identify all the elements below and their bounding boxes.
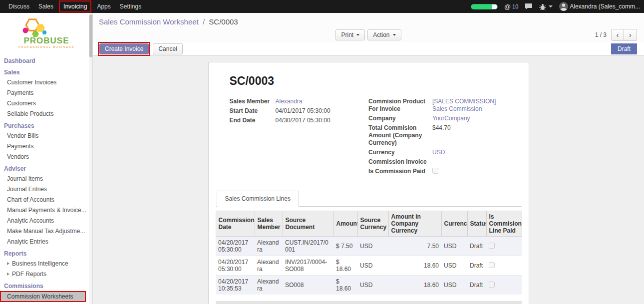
debug-menu-button[interactable] bbox=[539, 3, 553, 10]
col-is-commission-line-paid[interactable]: Is Commision Line Paid bbox=[486, 211, 522, 237]
table-row[interactable]: 04/20/2017 05:30:00 Alexandra CUST.IN/20… bbox=[216, 237, 522, 256]
create-invoice-button[interactable]: Create Invoice bbox=[99, 43, 149, 54]
breadcrumb-parent[interactable]: Sales Commission Worksheet bbox=[99, 17, 199, 26]
commission-lines-table: Commission Date Sales Member Source Docu… bbox=[216, 211, 522, 304]
topbar-menu-invoicing[interactable]: Invoicing bbox=[60, 1, 90, 11]
sidebar-item-sellable-products[interactable]: Sellable Products bbox=[0, 109, 92, 119]
sidebar: PROBUSE PROFESSIONAL BUSINESS Dashboard … bbox=[0, 13, 93, 304]
sidebar-item-journal-entries[interactable]: Journal Entries bbox=[0, 184, 92, 195]
is-commission-paid-label: Is Commission Paid bbox=[368, 168, 432, 175]
breadcrumb: Sales Commission Worksheet / SC/0003 bbox=[99, 17, 638, 26]
col-currency[interactable]: Currency bbox=[441, 211, 467, 237]
sidebar-heading-reports[interactable]: Reports bbox=[0, 247, 92, 259]
sidebar-nav: Dashboard Sales Customer Invoices Paymen… bbox=[0, 53, 92, 304]
pager-value: 1 / 3 bbox=[595, 31, 607, 38]
cancel-button[interactable]: Cancel bbox=[153, 43, 182, 54]
action-bar: Create Invoice Cancel Draft bbox=[93, 42, 644, 56]
sidebar-item-journal-items[interactable]: Journal Items bbox=[0, 174, 92, 184]
company-value[interactable]: YourCompany bbox=[432, 115, 470, 122]
mention-icon: @ bbox=[504, 3, 511, 10]
user-menu[interactable]: Alexandra (Sales_comm... bbox=[559, 2, 640, 11]
sidebar-item-label: PDF Reports bbox=[12, 271, 46, 278]
pager-previous-button[interactable]: ‹ bbox=[611, 29, 624, 41]
line-paid-checkbox bbox=[489, 282, 495, 288]
sidebar-item-make-manual-tax-adjustment[interactable]: Make Manual Tax Adjustme... bbox=[0, 226, 92, 237]
record-title: SC/0003 bbox=[230, 74, 508, 88]
sidebar-item-business-intelligence[interactable]: Business Intelligence bbox=[0, 259, 92, 269]
topbar-menu-discuss[interactable]: Discuss bbox=[4, 0, 34, 13]
sidebar-item-sales-commissions-lines[interactable]: Sales Commissions Lines bbox=[0, 302, 92, 304]
table-row[interactable]: 04/20/2017 10:35:53 Alexandra SO008 $ 18… bbox=[216, 276, 522, 295]
col-amount[interactable]: Amount bbox=[333, 211, 357, 237]
logo-title: PROBUSE bbox=[23, 36, 69, 45]
topbar-menu-sales[interactable]: Sales bbox=[34, 0, 58, 13]
sidebar-heading-purchases[interactable]: Purchases bbox=[0, 119, 92, 131]
sidebar-item-vendors[interactable]: Vendors bbox=[0, 152, 92, 162]
tab-sales-commission-lines[interactable]: Sales Commission Lines bbox=[217, 191, 299, 207]
cell-paid bbox=[486, 256, 522, 276]
total-amount-company: 44.70 bbox=[388, 301, 441, 304]
sidebar-heading-dashboard[interactable]: Dashboard bbox=[0, 54, 92, 66]
table-row[interactable]: 04/20/2017 05:30:00 Alexandra INV/2017/0… bbox=[216, 256, 522, 276]
probuse-logo[interactable]: PROBUSE PROFESSIONAL BUSINESS bbox=[0, 13, 92, 53]
tab-strip: Sales Commission Lines bbox=[216, 191, 522, 207]
cell-amount: $ 18.60 bbox=[333, 256, 357, 276]
pager-next-button[interactable]: › bbox=[624, 29, 637, 41]
cell-src-currency: USD bbox=[357, 276, 388, 295]
col-source-document[interactable]: Source Document bbox=[283, 211, 333, 237]
topbar-menu-apps[interactable]: Apps bbox=[92, 0, 115, 13]
commission-product-label: Commision Product For Invoice bbox=[368, 98, 432, 113]
sidebar-item-analytic-entries[interactable]: Analytic Entries bbox=[0, 237, 92, 247]
commission-product-value[interactable]: [SALES COMMISSION] Sales Commission bbox=[432, 98, 508, 113]
bug-icon bbox=[539, 3, 546, 10]
messages-button[interactable] bbox=[525, 3, 533, 10]
print-menu-button[interactable]: Print bbox=[335, 29, 365, 40]
print-label: Print bbox=[341, 31, 353, 38]
sidebar-heading-adviser[interactable]: Adviser bbox=[0, 162, 92, 174]
cell-member: Alexandra bbox=[255, 256, 283, 276]
col-sales-member[interactable]: Sales Member bbox=[255, 211, 283, 237]
caret-down-icon bbox=[549, 5, 553, 7]
sidebar-item-commission-worksheets[interactable]: Commission Worksheets bbox=[0, 291, 86, 302]
totals-row: 44.70 44.70 bbox=[216, 301, 522, 304]
sidebar-item-manual-payments-invoice[interactable]: Manual Payments & Invoice... bbox=[0, 205, 92, 216]
sidebar-item-payments-sales[interactable]: Payments bbox=[0, 88, 92, 98]
sidebar-item-payments-purchases[interactable]: Payments bbox=[0, 141, 92, 152]
line-paid-checkbox bbox=[489, 262, 495, 268]
col-commission-date[interactable]: Commission Date bbox=[216, 211, 255, 237]
cell-status: Draft bbox=[467, 276, 486, 295]
sidebar-item-vendor-bills[interactable]: Vendor Bills bbox=[0, 131, 92, 141]
end-date-value: 04/30/2017 05:30:00 bbox=[276, 117, 330, 124]
activities-button[interactable]: @ 10 bbox=[504, 3, 518, 10]
cell-src-currency: USD bbox=[357, 237, 388, 256]
sidebar-item-chart-of-accounts[interactable]: Chart of Accounts bbox=[0, 195, 92, 205]
cell-date: 04/20/2017 05:30:00 bbox=[216, 237, 255, 256]
systray: @ 10 bbox=[471, 2, 640, 11]
col-source-currency[interactable]: Source Currency bbox=[357, 211, 388, 237]
total-commission-amount-value: $44.70 bbox=[432, 124, 451, 132]
sidebar-scrollbar-thumb[interactable] bbox=[89, 14, 92, 57]
currency-value[interactable]: USD bbox=[432, 149, 445, 156]
sidebar-item-analytic-accounts[interactable]: Analytic Accounts bbox=[0, 216, 92, 226]
action-menu-button[interactable]: Action bbox=[367, 29, 401, 40]
pager: 1 / 3 ‹ › bbox=[595, 29, 637, 41]
cell-paid bbox=[486, 276, 522, 295]
cell-doc: INV/2017/0004-SO008 bbox=[283, 256, 333, 276]
topbar: Discuss Sales Invoicing Apps Settings @ … bbox=[0, 0, 644, 13]
sidebar-item-pdf-reports[interactable]: PDF Reports bbox=[0, 269, 92, 280]
topbar-menu-settings[interactable]: Settings bbox=[115, 0, 146, 13]
col-amount-in-company-currency[interactable]: Amount in Company Currency bbox=[388, 211, 441, 237]
sidebar-item-customer-invoices[interactable]: Customer Invoices bbox=[0, 77, 92, 88]
end-date-label: End Date bbox=[230, 117, 276, 124]
sidebar-item-customers[interactable]: Customers bbox=[0, 98, 92, 109]
form-sheet: SC/0003 Sales Member Alexandra Start Dat… bbox=[208, 62, 529, 304]
cell-status: Draft bbox=[467, 256, 486, 276]
sales-member-value[interactable]: Alexandra bbox=[276, 98, 303, 105]
status-badge[interactable]: Draft bbox=[611, 43, 637, 54]
col-status[interactable]: Status bbox=[467, 211, 486, 237]
sidebar-heading-commissions[interactable]: Commissions bbox=[0, 280, 92, 291]
expand-arrow-icon bbox=[7, 273, 9, 276]
sidebar-item-label: Business Intelligence bbox=[12, 260, 68, 267]
sidebar-heading-sales[interactable]: Sales bbox=[0, 66, 92, 77]
username: Alexandra (Sales_comm... bbox=[570, 3, 640, 10]
